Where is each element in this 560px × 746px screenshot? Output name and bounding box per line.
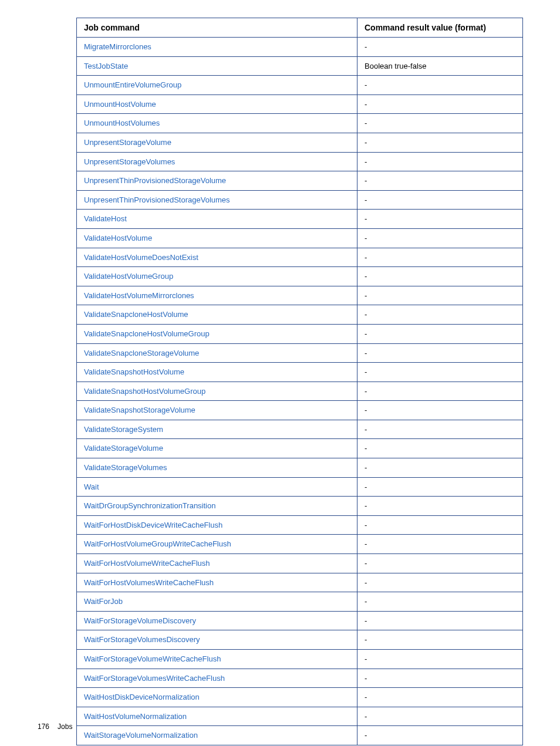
table-row: WaitForJob- [77,592,523,612]
table-row: WaitForHostVolumeWriteCacheFlush- [77,554,523,573]
command-result-cell: - [357,133,523,152]
job-command-cell[interactable]: ValidateHostVolumeMirrorclones [77,286,357,305]
table-row: UnmountHostVolume- [77,94,523,114]
job-command-cell[interactable]: ValidateStorageVolumes [77,458,357,478]
job-command-cell[interactable]: UnpresentStorageVolumes [77,152,357,171]
job-command-cell[interactable]: MigrateMirrorclones [77,38,357,57]
table-header-row: Job command Command result value (format… [77,18,523,38]
job-command-cell[interactable]: UnpresentStorageVolume [77,133,357,152]
job-command-cell[interactable]: Wait [77,477,357,497]
table-row: ValidateSnapshotHostVolume- [77,363,523,382]
table-row: WaitForStorageVolumeDiscovery- [77,611,523,630]
command-result-cell: - [357,210,523,229]
table-row: WaitForHostVolumesWriteCacheFlush- [77,573,523,592]
command-result-cell: - [357,152,523,171]
command-result-cell: - [357,248,523,267]
table-row: Wait- [77,477,523,497]
table-row: UnmountEntireVolumeGroup- [77,76,523,95]
table-row: ValidateStorageVolumes- [77,458,523,478]
command-result-cell: - [357,458,523,478]
job-command-cell[interactable]: ValidateStorageSystem [77,420,357,439]
command-result-cell: - [357,726,523,745]
job-command-cell[interactable]: WaitForStorageVolumeDiscovery [77,611,357,630]
job-command-cell[interactable]: ValidateSnapcloneHostVolume [77,305,357,325]
command-result-cell: - [357,515,523,535]
table-row: WaitForStorageVolumesDiscovery- [77,630,523,650]
job-command-cell[interactable]: UnmountHostVolumes [77,114,357,133]
table-row: ValidateSnapcloneHostVolume- [77,305,523,325]
header-job-command: Job command [77,18,357,38]
job-command-cell[interactable]: WaitForHostVolumesWriteCacheFlush [77,573,357,592]
table-row: WaitForStorageVolumesWriteCacheFlush- [77,669,523,688]
job-command-cell[interactable]: UnmountHostVolume [77,94,357,114]
job-command-cell[interactable]: WaitForHostDiskDeviceWriteCacheFlush [77,515,357,535]
table-row: ValidateHostVolumeDoesNotExist- [77,248,523,267]
job-command-cell[interactable]: ValidateSnapshotHostVolume [77,363,357,382]
page-number: 176 [38,723,49,731]
job-command-cell[interactable]: WaitStorageVolumeNormalization [77,726,357,745]
table-row: ValidateStorageVolume- [77,439,523,458]
table-row: WaitForHostDiskDeviceWriteCacheFlush- [77,515,523,535]
command-result-cell: - [357,707,523,726]
command-result-cell: - [357,554,523,573]
command-result-cell: - [357,76,523,95]
job-command-cell[interactable]: WaitForJob [77,592,357,612]
command-result-cell: - [357,305,523,325]
table-row: ValidateSnapcloneStorageVolume- [77,343,523,363]
command-result-cell: - [357,439,523,458]
table-row: WaitDrGroupSynchronizationTransition- [77,497,523,516]
table-row: ValidateSnapshotHostVolumeGroup- [77,382,523,401]
job-command-cell[interactable]: TestJobState [77,56,357,76]
command-result-cell: - [357,190,523,210]
job-command-cell[interactable]: WaitForHostVolumeGroupWriteCacheFlush [77,535,357,554]
command-result-cell: - [357,382,523,401]
command-result-cell: - [357,114,523,133]
command-result-cell: - [357,573,523,592]
job-command-cell[interactable]: WaitForStorageVolumesWriteCacheFlush [77,669,357,688]
job-command-cell[interactable]: ValidateSnapcloneHostVolumeGroup [77,324,357,343]
job-command-cell[interactable]: ValidateHostVolumeGroup [77,267,357,286]
job-command-cell[interactable]: ValidateSnapshotStorageVolume [77,401,357,420]
job-command-cell[interactable]: WaitHostVolumeNormalization [77,707,357,726]
table-row: ValidateHostVolumeMirrorclones- [77,286,523,305]
job-command-cell[interactable]: UnpresentThinProvisionedStorageVolumes [77,190,357,210]
job-command-cell[interactable]: ValidateHostVolumeDoesNotExist [77,248,357,267]
job-command-cell[interactable]: WaitHostDiskDeviceNormalization [77,688,357,707]
command-result-cell: - [357,535,523,554]
command-result-cell: - [357,267,523,286]
job-command-cell[interactable]: WaitForStorageVolumeWriteCacheFlush [77,650,357,669]
page-content: Job command Command result value (format… [0,0,560,745]
job-command-cell[interactable]: UnmountEntireVolumeGroup [77,76,357,95]
command-result-cell: Boolean true-false [357,56,523,76]
command-result-cell: - [357,650,523,669]
table-row: UnpresentStorageVolume- [77,133,523,152]
job-command-cell[interactable]: ValidateSnapshotHostVolumeGroup [77,382,357,401]
command-result-cell: - [357,228,523,248]
table-row: ValidateHostVolumeGroup- [77,267,523,286]
table-row: WaitForHostVolumeGroupWriteCacheFlush- [77,535,523,554]
job-command-cell[interactable]: UnpresentThinProvisionedStorageVolume [77,171,357,191]
table-row: WaitHostDiskDeviceNormalization- [77,688,523,707]
section-title: Jobs [58,723,72,731]
job-command-cell[interactable]: ValidateStorageVolume [77,439,357,458]
table-row: MigrateMirrorclones- [77,38,523,57]
command-result-cell: - [357,477,523,497]
table-row: WaitHostVolumeNormalization- [77,707,523,726]
table-row: UnpresentThinProvisionedStorageVolume- [77,171,523,191]
command-result-cell: - [357,592,523,612]
command-result-cell: - [357,343,523,363]
table-row: ValidateHostVolume- [77,228,523,248]
job-command-cell[interactable]: ValidateSnapcloneStorageVolume [77,343,357,363]
command-result-cell: - [357,324,523,343]
command-result-cell: - [357,401,523,420]
command-result-cell: - [357,497,523,516]
job-command-cell[interactable]: WaitForStorageVolumesDiscovery [77,630,357,650]
command-result-cell: - [357,38,523,57]
job-command-cell[interactable]: WaitDrGroupSynchronizationTransition [77,497,357,516]
command-result-cell: - [357,669,523,688]
job-command-cell[interactable]: ValidateHost [77,210,357,229]
command-result-cell: - [357,286,523,305]
command-result-cell: - [357,611,523,630]
job-command-cell[interactable]: WaitForHostVolumeWriteCacheFlush [77,554,357,573]
job-command-cell[interactable]: ValidateHostVolume [77,228,357,248]
